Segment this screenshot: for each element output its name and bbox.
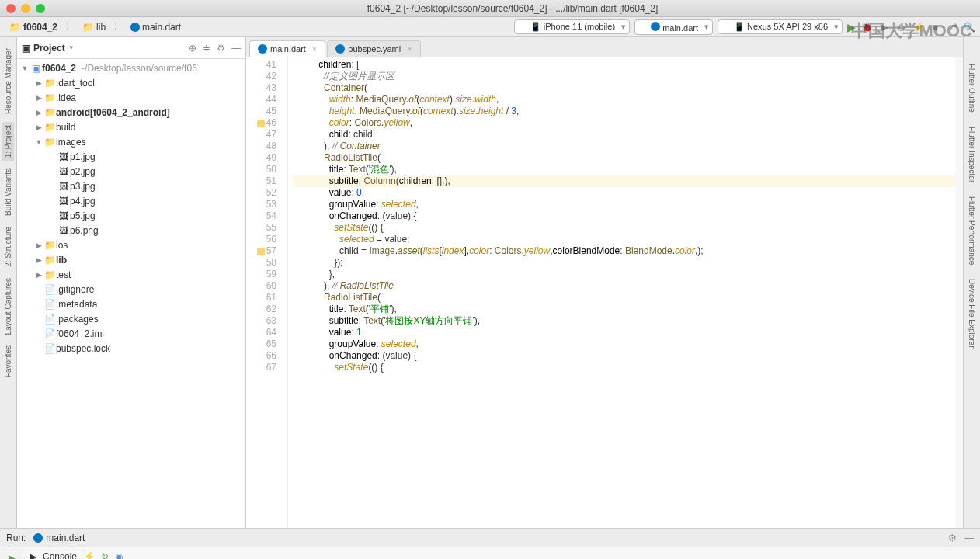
file-icon: 📄 [43,328,56,339]
fld-icon: 📁 [43,122,56,133]
side-tab[interactable]: 1: Project [2,122,14,161]
hide-icon[interactable]: — [964,533,974,543]
tree-node[interactable]: 📄.metadata [17,297,245,311]
close-tab-icon[interactable]: × [407,44,412,54]
tree-node[interactable]: ▶📁build [17,120,245,134]
project-tree[interactable]: ▼ ▣ f0604_2 ~/Desktop/lesson/source/f06 … [17,59,245,528]
file-icon: 📄 [43,314,56,325]
console-body: ▶ ⎁ ▶ Console ⚡ ↻ ◉ ↑ ↓ ↩ ⤓ 🖶 Performin [0,547,980,559]
tree-node[interactable]: 📄.gitignore [17,282,245,297]
side-tab[interactable]: Flutter Performance [966,193,978,268]
folder-icon: ▣ [22,43,30,54]
tree-node[interactable]: ▶📁android [f0604_2_android] [17,105,245,120]
editor-tab[interactable]: pubspec.yaml× [327,40,420,57]
dart-icon [258,44,267,54]
open-devtools-icon[interactable]: ◉ [115,551,123,560]
traffic-lights [6,4,45,13]
tree-node[interactable]: ▶📁.idea [17,90,245,105]
breadcrumb-segment[interactable]: 📁f0604_2 [5,20,62,34]
target-icon[interactable]: ⊕ [189,43,196,54]
tree-node[interactable]: 📄f0604_2.iml [17,326,245,341]
side-tab[interactable]: Favorites [2,342,14,380]
side-tab[interactable]: Device File Explorer [966,276,978,351]
file-icon: 📄 [43,284,56,295]
scrollbar[interactable] [955,57,963,528]
expand-icon[interactable]: ▶ [34,94,43,102]
tree-node[interactable]: 🖼p4.jpg [17,193,245,208]
side-tab[interactable]: Flutter Inspector [966,123,978,186]
restart-icon[interactable]: ↻ [101,551,109,560]
editor-area: main.dart×pubspec.yaml× 4142434445464748… [246,37,963,528]
tree-node[interactable]: ▶📁test [17,267,245,282]
expand-icon[interactable]: ▶ [34,271,43,279]
editor-content[interactable]: children: [ //定义图片显示区 Container( width: … [288,57,963,528]
console-tab[interactable]: Console [43,551,77,560]
folder-icon: 📁 [9,22,21,33]
tree-node[interactable]: 🖼p2.jpg [17,164,245,179]
hot-reload-icon[interactable]: ⚡ [83,551,95,560]
expand-icon[interactable]: ▶ [34,123,43,131]
tree-node-label: .packages [56,314,99,325]
tree-node[interactable]: ▶📁.dart_tool [17,75,245,90]
collapse-icon[interactable]: ≑ [203,43,210,54]
left-tool-strip: Resource Manager1: ProjectBuild Variants… [0,37,17,528]
project-panel-header: ▣Project ▼ ⊕ ≑ ⚙ — [17,37,245,59]
tree-node[interactable]: ▶📁lib [17,252,245,267]
chevron-right-icon: 〉 [65,20,75,33]
project-view-selector[interactable]: ▣Project ▼ [22,43,75,54]
hide-icon[interactable]: — [231,43,241,54]
tree-node[interactable]: ▼📁images [17,134,245,149]
tree-node[interactable]: 🖼p5.jpg [17,208,245,223]
editor-gutter[interactable]: 4142434445464748495051525354555657585960… [246,57,288,528]
expand-icon[interactable]: ▼ [34,138,43,146]
tree-node-label: pubspec.lock [56,343,110,354]
tree-node-label: f0604_2.iml [56,328,104,339]
editor-tab[interactable]: main.dart× [249,40,325,57]
expand-icon[interactable]: ▶ [34,256,43,264]
tree-node[interactable]: ▶📁ios [17,238,245,252]
expand-icon[interactable]: ▶ [34,241,43,249]
breadcrumb-label: main.dart [142,22,181,33]
dart-icon [130,23,140,32]
main-layout: Resource Manager1: ProjectBuild Variants… [0,37,980,528]
tree-node-label: p6.png [70,225,99,236]
console-icon: ▶ [30,551,36,560]
tree-node[interactable]: 📄.packages [17,311,245,326]
side-tab[interactable]: Build Variants [2,165,14,219]
tree-root[interactable]: ▼ ▣ f0604_2 ~/Desktop/lesson/source/f06 [17,61,245,75]
breadcrumb-segment[interactable]: 📁lib [78,20,110,34]
emulator-selector[interactable]: 📱 Nexus 5X API 29 x86 [718,19,843,34]
tree-node[interactable]: 📄pubspec.lock [17,341,245,356]
tree-node-label: .metadata [56,299,97,310]
side-tab[interactable]: Resource Manager [2,45,14,117]
tree-node-label: android [56,107,90,118]
tree-node[interactable]: 🖼p1.jpg [17,149,245,164]
expand-icon[interactable]: ▶ [34,109,43,116]
zoom-window-icon[interactable] [36,4,45,13]
close-tab-icon[interactable]: × [312,44,317,54]
run-config-selector[interactable]: main.dart [634,19,713,35]
run-target[interactable]: main.dart [33,533,85,543]
project-panel: ▣Project ▼ ⊕ ≑ ⚙ — ▼ ▣ f0604_2 ~/Desktop… [17,37,246,528]
fld-icon: 📁 [43,92,56,103]
tree-node-label: p1.jpg [70,151,96,162]
device-selector[interactable]: 📱 iPhone 11 (mobile) [514,19,630,34]
breadcrumb-segment[interactable]: main.dart [126,20,186,34]
expand-icon[interactable]: ▶ [34,79,43,87]
gear-icon[interactable]: ⚙ [217,43,225,54]
side-tab[interactable]: Flutter Outline [966,61,978,116]
tree-node-label: p2.jpg [70,166,96,177]
folder-icon: 📁 [82,22,94,33]
side-tab[interactable]: 2: Structure [2,224,14,270]
close-window-icon[interactable] [6,4,16,13]
gear-icon[interactable]: ⚙ [948,533,957,543]
side-tab[interactable]: Layout Captures [2,275,14,338]
chevron-down-icon[interactable]: ▼ [20,64,30,72]
tree-node[interactable]: 🖼p3.jpg [17,179,245,193]
rerun-button[interactable]: ▶ [4,550,19,559]
code-editor[interactable]: 4142434445464748495051525354555657585960… [246,57,963,528]
tree-node-label: ios [56,240,68,251]
right-tool-strip: Flutter OutlineFlutter InspectorFlutter … [963,37,980,528]
minimize-window-icon[interactable] [21,4,30,13]
tree-node[interactable]: 🖼p6.png [17,223,245,238]
